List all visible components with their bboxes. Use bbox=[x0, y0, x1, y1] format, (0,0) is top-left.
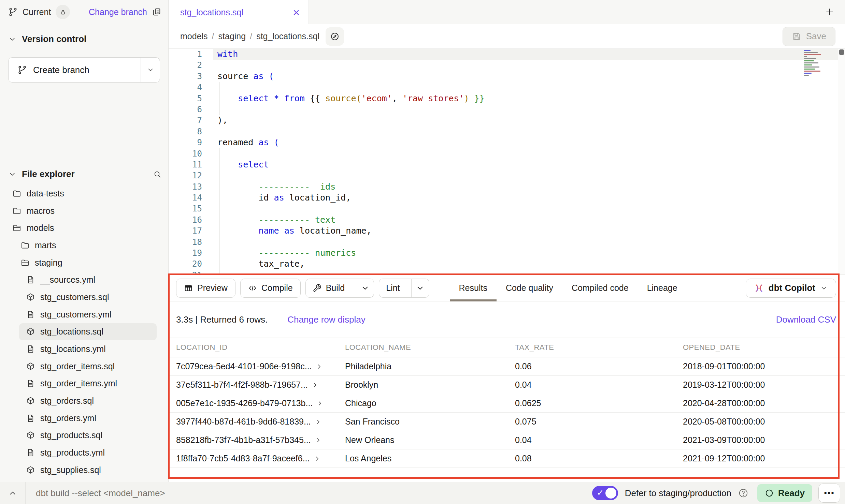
code-line[interactable]: 4 bbox=[169, 82, 845, 93]
code-line[interactable]: 6 bbox=[169, 104, 845, 115]
code-line[interactable]: 20 tax_rate, bbox=[169, 258, 845, 269]
code-line[interactable]: 1with bbox=[169, 49, 845, 60]
tab-results[interactable]: Results bbox=[450, 275, 497, 301]
new-tab-plus-icon[interactable] bbox=[825, 7, 835, 17]
create-branch-dropdown[interactable] bbox=[141, 58, 160, 82]
column-header[interactable]: LOCATION_NAME bbox=[345, 343, 515, 352]
file-item--sources-yml[interactable]: __sources.yml bbox=[8, 271, 161, 288]
save-button[interactable]: Save bbox=[783, 27, 835, 46]
tab-lineage[interactable]: Lineage bbox=[638, 275, 687, 301]
file-item-stg-customers-sql[interactable]: stg_customers.sql bbox=[8, 288, 161, 306]
chevron-right-icon[interactable] bbox=[315, 437, 321, 443]
chevron-right-icon[interactable] bbox=[314, 456, 320, 462]
file-item-stg-orders-yml[interactable]: stg_orders.yml bbox=[8, 410, 161, 427]
file-item-stg-products-sql[interactable]: stg_products.sql bbox=[8, 427, 161, 444]
close-icon[interactable]: × bbox=[293, 6, 300, 18]
minimap-line bbox=[804, 50, 811, 51]
breadcrumb-row: models / staging / stg_locations.sql Sav… bbox=[169, 24, 845, 49]
file-item-models[interactable]: models bbox=[8, 219, 161, 237]
breadcrumb-segment[interactable]: staging bbox=[218, 31, 246, 41]
code-line[interactable]: 3source as ( bbox=[169, 71, 845, 82]
more-options-button[interactable]: ••• bbox=[818, 484, 840, 503]
code-line[interactable]: 18 bbox=[169, 237, 845, 248]
file-item-stg-locations-yml[interactable]: stg_locations.yml bbox=[8, 340, 161, 358]
breadcrumb-segment[interactable]: stg_locations.sql bbox=[256, 31, 319, 41]
file-item-stg-customers-yml[interactable]: stg_customers.yml bbox=[8, 306, 161, 323]
code-line[interactable]: 13 ---------- ids bbox=[169, 181, 845, 192]
chevron-right-icon[interactable] bbox=[316, 364, 322, 370]
copy-icon[interactable] bbox=[152, 7, 161, 17]
chevron-right-icon[interactable] bbox=[317, 400, 323, 406]
minimap[interactable] bbox=[804, 50, 829, 76]
code-line[interactable]: 5 select * from {{ source('ecom', 'raw_s… bbox=[169, 93, 845, 104]
create-branch-button[interactable]: Create branch bbox=[8, 57, 160, 83]
table-row[interactable]: 858218fb-73f7-4b1b-a31f-57b345...New Orl… bbox=[169, 431, 845, 449]
file-item-stg-order-items-yml[interactable]: stg_order_items.yml bbox=[8, 375, 161, 392]
file-item-stg-supplies-sql[interactable]: stg_supplies.sql bbox=[8, 461, 161, 479]
scrollbar-thumb[interactable] bbox=[839, 49, 844, 55]
chevron-right-icon[interactable] bbox=[315, 419, 321, 425]
file-item-stg-products-yml[interactable]: stg_products.yml bbox=[8, 444, 161, 461]
tab-compiled-code[interactable]: Compiled code bbox=[562, 275, 638, 301]
tab-stg-locations-sql[interactable]: stg_locations.sql × bbox=[169, 0, 309, 25]
search-icon[interactable] bbox=[153, 170, 161, 178]
code-line[interactable]: 16 ---------- text bbox=[169, 214, 845, 225]
collapse-command-bar-button[interactable] bbox=[0, 482, 25, 504]
change-branch-link[interactable]: Change branch bbox=[89, 7, 147, 17]
command-input[interactable]: dbt build --select <model_name> bbox=[25, 482, 592, 504]
code-text: id as location_id, bbox=[213, 192, 845, 203]
code-line[interactable]: 19 ---------- numerics bbox=[169, 248, 845, 258]
scrollbar[interactable] bbox=[838, 49, 845, 275]
code-line[interactable]: 10 bbox=[169, 148, 845, 159]
lineage-compass-button[interactable] bbox=[326, 27, 344, 46]
code-line[interactable]: 8 bbox=[169, 126, 845, 137]
question-circle-icon[interactable] bbox=[738, 488, 748, 498]
status-badge-ready[interactable]: Ready bbox=[757, 484, 812, 502]
tab-code-quality[interactable]: Code quality bbox=[497, 275, 562, 301]
file-item-macros[interactable]: macros bbox=[8, 202, 161, 220]
file-item-stg-orders-sql[interactable]: stg_orders.sql bbox=[8, 392, 161, 410]
chevron-down-icon[interactable] bbox=[8, 35, 16, 43]
chevron-down-icon bbox=[147, 66, 154, 74]
column-header[interactable]: LOCATION_ID bbox=[176, 343, 345, 352]
code-line[interactable]: 21 bbox=[169, 270, 845, 275]
code-line[interactable]: 12 bbox=[169, 170, 845, 181]
lint-dropdown[interactable] bbox=[411, 279, 429, 297]
file-item-stg-order-items-sql[interactable]: stg_order_items.sql bbox=[8, 358, 161, 375]
chevron-right-icon[interactable] bbox=[312, 382, 318, 388]
column-header[interactable]: TAX_RATE bbox=[515, 343, 683, 352]
build-dropdown[interactable] bbox=[356, 279, 374, 297]
lint-button[interactable]: Lint bbox=[379, 279, 429, 298]
code-line[interactable]: 17 name as location_name, bbox=[169, 225, 845, 236]
main-area: stg_locations.sql × models / staging / s… bbox=[169, 0, 845, 482]
build-button[interactable]: Build bbox=[305, 279, 374, 298]
table-row[interactable]: 3977f440-b87d-461b-9dd6-81839...San Fran… bbox=[169, 413, 845, 431]
file-item-staging[interactable]: staging bbox=[8, 254, 161, 271]
file-yml-icon bbox=[26, 310, 35, 319]
preview-button[interactable]: Preview bbox=[176, 279, 235, 298]
defer-toggle[interactable]: ✓ bbox=[592, 486, 618, 500]
file-item-marts[interactable]: marts bbox=[8, 237, 161, 254]
code-line[interactable]: 7), bbox=[169, 115, 845, 126]
file-item-stg-locations-sql[interactable]: stg_locations.sql bbox=[19, 323, 157, 341]
table-cell: 0.04 bbox=[515, 435, 683, 445]
compile-button[interactable]: Compile bbox=[240, 279, 301, 298]
chevron-down-icon[interactable] bbox=[8, 170, 16, 178]
table-row[interactable]: 7c079cea-5ed4-4101-906e-9198c...Philadel… bbox=[169, 357, 845, 376]
table-row[interactable]: 005e7e1c-1935-4269-b479-0713b...Chicago0… bbox=[169, 394, 845, 413]
code-line[interactable]: 11 select bbox=[169, 159, 845, 170]
code-line[interactable]: 14 id as location_id, bbox=[169, 192, 845, 203]
code-line[interactable]: 9renamed as ( bbox=[169, 137, 845, 148]
change-row-display-link[interactable]: Change row display bbox=[287, 314, 365, 325]
file-item-data-tests[interactable]: data-tests bbox=[8, 185, 161, 202]
code-line[interactable]: 2 bbox=[169, 60, 845, 71]
tab-bar: stg_locations.sql × bbox=[169, 0, 845, 24]
code-editor[interactable]: 1with23source as (45 select * from {{ so… bbox=[169, 49, 845, 275]
column-header[interactable]: OPENED_DATE bbox=[683, 343, 845, 352]
code-line[interactable]: 15 bbox=[169, 203, 845, 214]
breadcrumb-segment[interactable]: models bbox=[180, 31, 208, 41]
download-csv-link[interactable]: Download CSV bbox=[776, 314, 836, 325]
table-row[interactable]: 1f8ffa70-7cb5-4d83-8a7f-9aceef6...Los An… bbox=[169, 449, 845, 468]
dbt-copilot-button[interactable]: dbt Copilot bbox=[746, 279, 836, 298]
table-row[interactable]: 37e5f311-b7f4-4f2f-988b-719657...Brookly… bbox=[169, 376, 845, 394]
